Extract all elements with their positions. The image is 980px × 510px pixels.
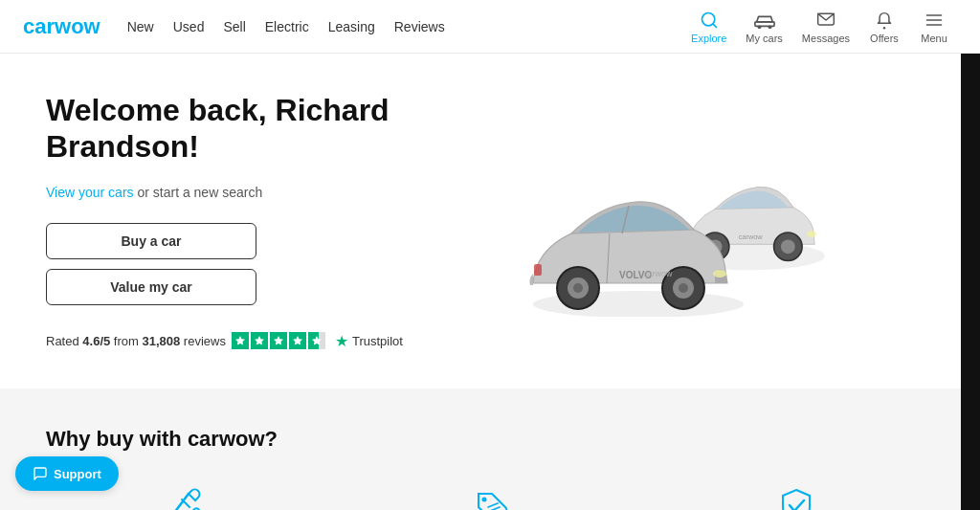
why-card-prices: Great carwow prices Dealers are able to … — [352, 482, 628, 510]
trustpilot-rating: Rated 4.6/5 from 31,808 reviews ★ Trustp… — [46, 332, 448, 350]
svg-rect-20 — [534, 264, 542, 276]
svg-point-14 — [781, 239, 795, 254]
bell-icon — [874, 10, 895, 31]
hero-content: Welcome back, Richard Brandson! View you… — [46, 92, 448, 350]
hero-car-image: carwow — [448, 125, 934, 317]
header-icons: Explore My cars Messages — [683, 6, 957, 48]
why-section: Why buy with carwow? Local servicing & r… — [0, 388, 980, 510]
support-button[interactable]: Support — [15, 456, 119, 491]
trustpilot-text: Trustpilot — [352, 334, 403, 348]
rating-value: 4.6/5 — [82, 334, 110, 348]
header: carwow New Used Sell Electric Leasing Re… — [0, 0, 980, 54]
message-icon — [815, 10, 836, 31]
rating-text: Rated 4.6/5 from 31,808 reviews — [46, 334, 226, 348]
menu-label: Menu — [921, 33, 947, 44]
nav-electric[interactable]: Electric — [265, 19, 309, 34]
hero-sub: View your cars or start a new search — [46, 185, 448, 200]
svg-point-4 — [768, 25, 771, 29]
why-cards: Local servicing & repairs Whichever carw… — [46, 482, 934, 510]
my-cars-label: My cars — [746, 33, 783, 44]
menu-icon — [924, 10, 945, 31]
svg-point-23 — [573, 283, 583, 293]
svg-rect-2 — [755, 21, 774, 26]
offers-label: Offers — [870, 33, 899, 44]
shield-icon — [773, 482, 819, 510]
chat-icon — [33, 466, 48, 481]
hero-sub-text: or start a new search — [134, 185, 263, 200]
value-my-car-button[interactable]: Value my car — [46, 269, 256, 305]
nav-new[interactable]: New — [127, 19, 154, 34]
support-label: Support — [54, 467, 101, 481]
tag-icon — [467, 482, 513, 510]
hero-section: Welcome back, Richard Brandson! View you… — [0, 54, 980, 388]
logo-text: car — [23, 14, 55, 38]
logo-text-2: wow — [55, 14, 100, 38]
trustpilot-star-icon: ★ — [335, 332, 348, 350]
star-4 — [289, 332, 306, 349]
svg-line-31 — [488, 503, 498, 507]
star-2 — [251, 332, 268, 349]
nav-leasing[interactable]: Leasing — [328, 19, 375, 34]
nav-reviews[interactable]: Reviews — [394, 19, 445, 34]
trustpilot-logo: ★ Trustpilot — [335, 332, 403, 350]
svg-line-1 — [713, 23, 717, 27]
trustpilot-stars — [232, 332, 325, 349]
car-icon — [754, 10, 775, 31]
nav-menu[interactable]: Menu — [911, 6, 957, 48]
why-card-peace: Complete peace of mind You buy directly … — [658, 482, 934, 510]
svg-text:carwow: carwow — [739, 232, 764, 240]
right-panel — [961, 0, 980, 510]
search-icon — [699, 10, 720, 31]
nav-explore[interactable]: Explore — [683, 6, 734, 48]
nav-offers[interactable]: Offers — [861, 6, 907, 48]
star-5-half — [308, 332, 325, 349]
nav-sell[interactable]: Sell — [223, 19, 245, 34]
rating-reviews: 31,808 — [142, 334, 180, 348]
nav-my-cars[interactable]: My cars — [738, 6, 791, 48]
nav-used[interactable]: Used — [173, 19, 205, 34]
svg-point-26 — [679, 283, 688, 293]
star-1 — [232, 332, 249, 349]
view-cars-link[interactable]: View your cars — [46, 185, 134, 200]
svg-line-29 — [174, 494, 189, 510]
svg-point-19 — [713, 270, 726, 277]
cars-illustration: carwow — [519, 125, 863, 317]
why-heading: Why buy with carwow? — [46, 427, 934, 452]
buy-car-button[interactable]: Buy a car — [46, 223, 256, 259]
svg-point-30 — [482, 497, 487, 501]
svg-point-3 — [757, 25, 761, 29]
tools-icon — [161, 482, 207, 510]
messages-label: Messages — [802, 33, 850, 44]
logo[interactable]: carwow — [23, 14, 100, 39]
nav-messages[interactable]: Messages — [794, 6, 858, 48]
svg-point-15 — [807, 231, 816, 237]
star-3 — [270, 332, 287, 349]
hero-heading: Welcome back, Richard Brandson! — [46, 92, 448, 166]
explore-label: Explore — [691, 33, 726, 44]
svg-text:carwow: carwow — [643, 269, 673, 278]
main-nav: New Used Sell Electric Leasing Reviews — [127, 19, 445, 34]
hero-buttons: Buy a car Value my car — [46, 223, 256, 305]
